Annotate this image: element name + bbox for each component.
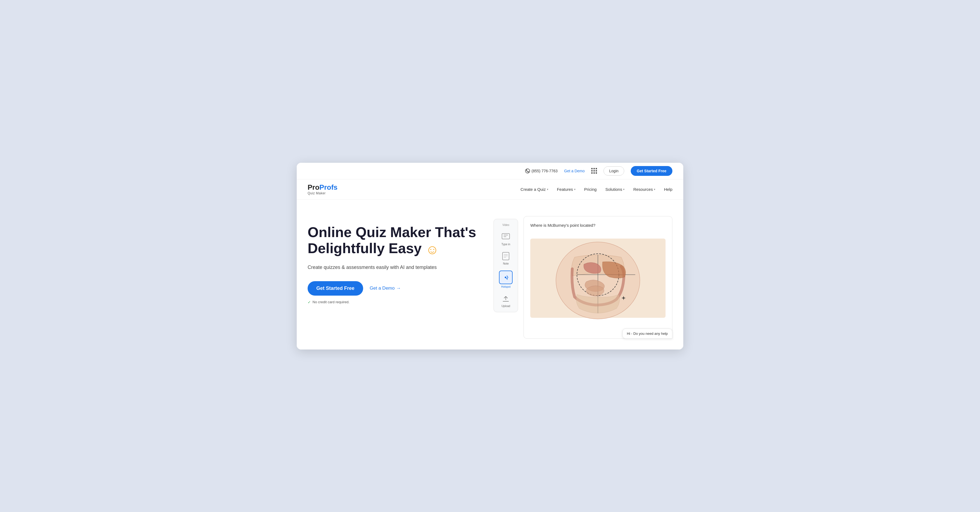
no-card-label: ✓ No credit card required. [308,300,483,304]
quiz-question-area: Where is McBurney's point located? [524,216,672,338]
logo[interactable]: ProProfs Quiz Maker [308,184,337,195]
hero-section: Online Quiz Maker That's Delightfully Ea… [297,200,683,350]
logo-pro: Pro [308,183,319,191]
chat-bubble[interactable]: Hi - Do you need any help [622,329,672,339]
nav-solutions[interactable]: Solutions ▾ [605,187,625,192]
nav-features[interactable]: Features ▾ [557,187,576,192]
chevron-down-icon: ▾ [623,188,624,191]
quiz-builder: Video Type in [493,216,672,339]
arrow-right-icon: → [396,286,401,291]
browser-window: 📞 (855) 776-7763 Get a Demo Login Get St… [297,163,683,350]
grid-apps-icon[interactable] [591,168,597,174]
quiz-main-area: Where is McBurney's point located? [523,216,672,339]
logo-profs: Profs [319,183,337,191]
svg-rect-2 [504,236,506,237]
hero-buttons: Get Started Free Get a Demo → [308,281,483,296]
chevron-down-icon: ▾ [574,188,576,191]
check-icon: ✓ [308,300,311,304]
quiz-toolbar: Video Type in [493,219,518,312]
toolbar-item-typein[interactable]: Type in [501,232,511,246]
toolbar-item-note[interactable]: Note [501,251,511,265]
chevron-down-icon: ▾ [654,188,655,191]
hotspot-label: Hotspot [501,285,511,288]
hero-left: Online Quiz Maker That's Delightfully Ea… [308,216,483,304]
phone-number: 📞 (855) 776-7763 [525,169,558,173]
phone-icon: 📞 [525,169,530,173]
note-icon [501,251,511,261]
logo-text: ProProfs [308,184,337,191]
nav-pricing[interactable]: Pricing [584,187,597,192]
nav-links: Create a Quiz ▾ Features ▾ Pricing Solut… [520,187,672,192]
top-bar: 📞 (855) 776-7763 Get a Demo Login Get St… [297,163,683,180]
hero-demo-button[interactable]: Get a Demo → [370,286,401,291]
type-in-icon [501,232,511,242]
nav-help[interactable]: Help [664,187,672,192]
anatomy-image [530,232,666,324]
quiz-question-text: Where is McBurney's point located? [530,223,666,227]
svg-rect-3 [503,252,509,260]
hero-title: Online Quiz Maker That's Delightfully Ea… [308,224,483,257]
hotspot-icon [499,270,512,284]
typein-label: Type in [501,243,510,246]
logo-subtitle: Quiz Maker [308,191,337,195]
get-started-nav-button[interactable]: Get Started Free [631,166,672,176]
hero-subtitle: Create quizzes & assessments easily with… [308,264,449,271]
nav-create-quiz[interactable]: Create a Quiz ▾ [520,187,548,192]
login-button[interactable]: Login [603,166,624,176]
main-nav: ProProfs Quiz Maker Create a Quiz ▾ Feat… [297,180,683,200]
toolbar-item-upload[interactable]: Upload [501,294,511,308]
top-demo-link[interactable]: Get a Demo [564,169,584,173]
note-label: Note [503,262,509,265]
hero-right: Video Type in [493,216,672,339]
toolbar-item-hotspot[interactable]: Hotspot [499,270,512,288]
nav-resources[interactable]: Resources ▾ [633,187,655,192]
upload-label: Upload [501,305,510,308]
hero-get-started-button[interactable]: Get Started Free [308,281,363,296]
smiley-icon: ☺ [425,242,439,257]
chevron-down-icon: ▾ [547,188,548,191]
upload-icon [501,294,511,304]
svg-rect-1 [504,235,508,235]
toolbar-video-label: Video [496,223,515,226]
